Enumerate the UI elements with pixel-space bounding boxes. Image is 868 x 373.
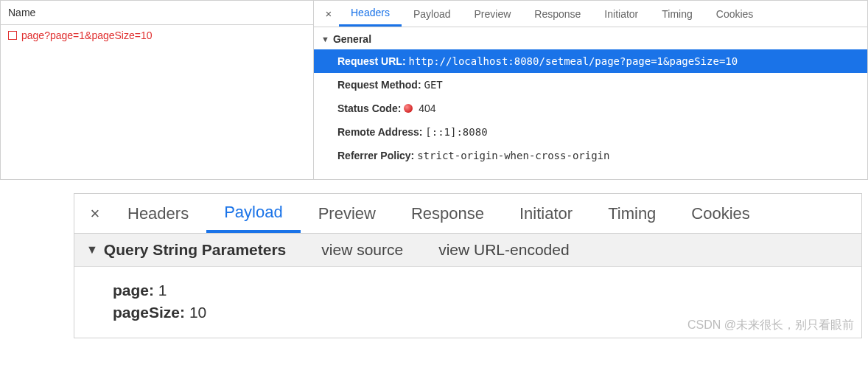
query-params-list: page: 1 pageSize: 10	[74, 267, 861, 338]
request-url-value: http://localhost:8080/setmeal/page?page=…	[408, 55, 738, 67]
tab-timing[interactable]: Timing	[590, 194, 673, 233]
tab-payload[interactable]: Payload	[402, 1, 463, 27]
chevron-down-icon: ▼	[86, 243, 98, 257]
remote-address-value: [::1]:8080	[425, 126, 487, 138]
tab-cookies[interactable]: Cookies	[673, 194, 767, 233]
status-dot-icon	[404, 104, 413, 113]
param-row: pageSize: 10	[113, 304, 850, 321]
query-params-title: Query String Parameters	[104, 241, 286, 259]
close-icon[interactable]: ×	[318, 7, 339, 20]
tab-response[interactable]: Response	[522, 1, 592, 27]
name-column-header: Name	[1, 1, 313, 25]
request-url-row[interactable]: Request URL: http://localhost:8080/setme…	[314, 49, 867, 73]
param-key: pageSize:	[113, 304, 185, 321]
close-icon[interactable]: ×	[80, 204, 110, 223]
view-source-link[interactable]: view source	[321, 241, 403, 259]
request-method-value: GET	[424, 79, 442, 91]
query-params-toggle[interactable]: ▼ Query String Parameters	[86, 241, 286, 259]
remote-address-label: Remote Address:	[337, 126, 422, 138]
request-method-row: Request Method: GET	[314, 73, 867, 97]
param-value: 10	[189, 304, 206, 321]
request-detail: × Headers Payload Preview Response Initi…	[314, 1, 867, 179]
param-value: 1	[158, 282, 167, 299]
query-params-header: ▼ Query String Parameters view source vi…	[74, 234, 861, 267]
tab-timing[interactable]: Timing	[650, 1, 704, 27]
network-panel: Name page?page=1&pageSize=10 × Headers P…	[0, 0, 868, 180]
tab-cookies[interactable]: Cookies	[704, 1, 766, 27]
general-section-title: General	[333, 33, 371, 45]
referrer-policy-row: Referrer Policy: strict-origin-when-cros…	[314, 144, 867, 167]
request-method-label: Request Method:	[337, 79, 421, 91]
request-list: Name page?page=1&pageSize=10	[1, 1, 314, 179]
tab-headers[interactable]: Headers	[339, 1, 402, 27]
tab-initiator[interactable]: Initiator	[592, 1, 650, 27]
request-name: page?page=1&pageSize=10	[21, 29, 153, 41]
chevron-down-icon: ▼	[321, 35, 329, 43]
referrer-policy-label: Referrer Policy:	[337, 150, 414, 161]
referrer-policy-value: strict-origin-when-cross-origin	[417, 150, 609, 161]
payload-tabs: × Headers Payload Preview Response Initi…	[74, 194, 861, 234]
view-url-encoded-link[interactable]: view URL-encoded	[438, 241, 569, 259]
status-code-value: 404	[419, 102, 435, 114]
tab-initiator[interactable]: Initiator	[502, 194, 590, 233]
request-row[interactable]: page?page=1&pageSize=10	[1, 25, 313, 46]
tab-response[interactable]: Response	[393, 194, 502, 233]
tab-headers[interactable]: Headers	[110, 194, 206, 233]
remote-address-row: Remote Address: [::1]:8080	[314, 120, 867, 144]
param-key: page:	[113, 282, 154, 299]
status-code-label: Status Code:	[337, 102, 401, 114]
error-icon	[8, 31, 17, 40]
tab-payload[interactable]: Payload	[206, 194, 301, 233]
detail-tabs: × Headers Payload Preview Response Initi…	[314, 1, 867, 27]
tab-preview[interactable]: Preview	[463, 1, 523, 27]
general-section-header[interactable]: ▼ General	[314, 27, 867, 49]
tab-preview[interactable]: Preview	[301, 194, 393, 233]
request-url-label: Request URL:	[337, 55, 406, 67]
payload-panel: × Headers Payload Preview Response Initi…	[74, 193, 862, 338]
param-row: page: 1	[113, 282, 850, 299]
status-code-row: Status Code: 404	[314, 97, 867, 120]
